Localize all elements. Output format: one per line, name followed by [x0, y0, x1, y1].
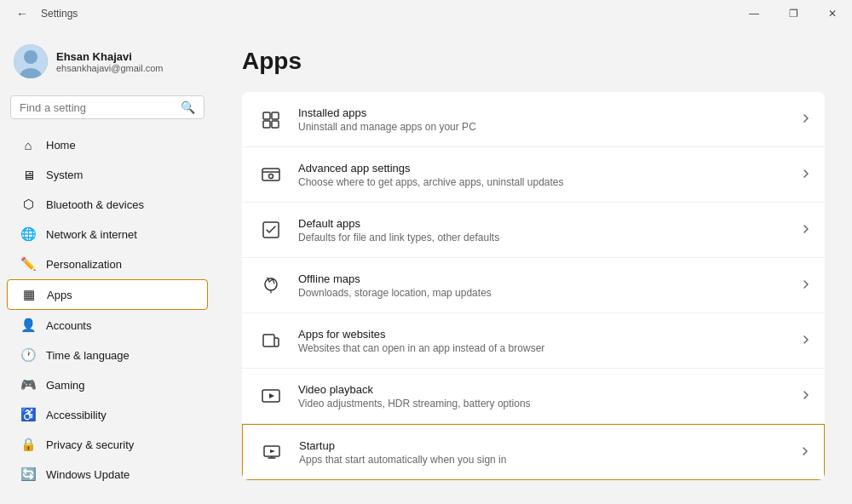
- accessibility-icon: ♿: [20, 407, 36, 422]
- settings-item-advanced-app-settings[interactable]: Advanced app settingsChoose where to get…: [242, 147, 825, 203]
- svg-rect-6: [272, 121, 279, 128]
- update-icon: 🔄: [20, 467, 36, 482]
- back-button[interactable]: ←: [10, 2, 34, 26]
- sidebar-item-label-home: Home: [46, 139, 76, 152]
- personalization-icon: ✏️: [20, 256, 36, 272]
- default-apps-text: Default appsDefaults for file and link t…: [298, 217, 801, 243]
- accounts-icon: 👤: [20, 318, 36, 333]
- main-content: Apps Installed appsUninstall and manage …: [215, 27, 852, 504]
- installed-apps-chevron-icon: [801, 112, 811, 126]
- sidebar-item-personalization[interactable]: ✏️Personalization: [7, 249, 208, 278]
- svg-point-1: [24, 50, 37, 64]
- sidebar-item-label-gaming: Gaming: [46, 379, 85, 392]
- apps-for-websites-desc: Websites that can open in an app instead…: [298, 342, 801, 354]
- sidebar-item-update[interactable]: 🔄Windows Update: [7, 460, 208, 489]
- video-playback-desc: Video adjustments, HDR streaming, batter…: [298, 398, 801, 410]
- titlebar: ← Settings — ❐ ✕: [0, 0, 852, 27]
- minimize-button[interactable]: —: [734, 0, 774, 27]
- sidebar-item-label-update: Windows Update: [46, 468, 130, 481]
- sidebar-item-label-network: Network & internet: [46, 228, 137, 241]
- privacy-icon: 🔒: [20, 437, 36, 452]
- video-playback-text: Video playbackVideo adjustments, HDR str…: [298, 383, 801, 410]
- home-icon: ⌂: [20, 137, 36, 152]
- installed-apps-text: Installed appsUninstall and manage apps …: [298, 106, 801, 133]
- offline-maps-desc: Downloads, storage location, map updates: [298, 287, 801, 299]
- installed-apps-icon: [256, 104, 286, 135]
- offline-maps-chevron-icon: [801, 278, 811, 292]
- default-apps-desc: Defaults for file and link types, other …: [298, 232, 801, 243]
- apps-for-websites-title: Apps for websites: [298, 328, 801, 341]
- sidebar-item-network[interactable]: 🌐Network & internet: [7, 220, 208, 249]
- sidebar-item-gaming[interactable]: 🎮Gaming: [7, 370, 208, 399]
- offline-maps-icon: [256, 270, 286, 301]
- sidebar-item-privacy[interactable]: 🔒Privacy & security: [7, 430, 208, 459]
- time-icon: 🕐: [20, 347, 36, 363]
- search-container: 🔍: [0, 92, 215, 129]
- settings-item-offline-maps[interactable]: Offline mapsDownloads, storage location,…: [242, 258, 825, 313]
- user-profile: Ehsan Khajavi ehsankhajavi@gmail.com: [0, 37, 215, 92]
- svg-rect-3: [263, 112, 270, 119]
- settings-item-installed-apps[interactable]: Installed appsUninstall and manage apps …: [242, 92, 825, 147]
- sidebar-nav: ⌂Home🖥System⬡Bluetooth & devices🌐Network…: [0, 130, 215, 489]
- search-input[interactable]: [20, 101, 176, 114]
- avatar: [14, 44, 48, 78]
- svg-rect-5: [263, 121, 270, 128]
- installed-apps-desc: Uninstall and manage apps on your PC: [298, 121, 801, 133]
- sidebar-item-label-apps: Apps: [47, 289, 72, 301]
- startup-title: Startup: [299, 439, 800, 452]
- settings-item-default-apps[interactable]: Default appsDefaults for file and link t…: [242, 203, 825, 258]
- svg-rect-12: [263, 335, 274, 346]
- apps-for-websites-chevron-icon: [801, 334, 811, 347]
- sidebar-item-label-system: System: [46, 169, 83, 181]
- advanced-app-settings-title: Advanced app settings: [298, 162, 801, 175]
- sidebar-item-system[interactable]: 🖥System: [7, 160, 208, 189]
- startup-chevron-icon: [800, 445, 810, 459]
- bluetooth-icon: ⬡: [20, 197, 36, 212]
- user-email: ehsankhajavi@gmail.com: [56, 63, 164, 73]
- search-box[interactable]: 🔍: [10, 95, 204, 119]
- advanced-app-settings-chevron-icon: [801, 168, 811, 181]
- svg-marker-18: [270, 450, 275, 453]
- page-title: Apps: [242, 48, 825, 75]
- default-apps-chevron-icon: [801, 223, 811, 237]
- sidebar-item-time[interactable]: 🕐Time & language: [7, 341, 208, 369]
- offline-maps-text: Offline mapsDownloads, storage location,…: [298, 272, 801, 299]
- svg-marker-14: [269, 393, 274, 398]
- svg-rect-4: [272, 112, 279, 119]
- sidebar-item-label-time: Time & language: [46, 349, 130, 362]
- settings-item-video-playback[interactable]: Video playbackVideo adjustments, HDR str…: [242, 369, 825, 424]
- advanced-app-settings-icon: [256, 159, 286, 190]
- startup-text: StartupApps that start automatically whe…: [299, 439, 800, 466]
- sidebar-item-label-accessibility: Accessibility: [46, 409, 106, 421]
- svg-point-9: [269, 175, 273, 179]
- default-apps-title: Default apps: [298, 217, 801, 230]
- network-icon: 🌐: [20, 226, 36, 242]
- settings-item-apps-for-websites[interactable]: Apps for websitesWebsites that can open …: [242, 313, 825, 369]
- maximize-button[interactable]: ❐: [774, 0, 813, 27]
- close-button[interactable]: ✕: [813, 0, 852, 27]
- sidebar-item-home[interactable]: ⌂Home: [7, 130, 208, 159]
- sidebar-item-bluetooth[interactable]: ⬡Bluetooth & devices: [7, 190, 208, 219]
- video-playback-chevron-icon: [801, 389, 811, 403]
- startup-icon: [256, 437, 287, 467]
- app-container: Ehsan Khajavi ehsankhajavi@gmail.com 🔍 ⌂…: [0, 27, 852, 504]
- installed-apps-title: Installed apps: [298, 106, 801, 119]
- titlebar-controls: — ❐ ✕: [734, 0, 852, 27]
- advanced-app-settings-desc: Choose where to get apps, archive apps, …: [298, 176, 801, 188]
- video-playback-title: Video playback: [298, 383, 801, 396]
- apps-icon: ▦: [21, 287, 37, 302]
- sidebar-item-label-accounts: Accounts: [46, 319, 91, 332]
- sidebar-item-label-privacy: Privacy & security: [46, 438, 134, 451]
- apps-for-websites-icon: [256, 325, 286, 356]
- sidebar: Ehsan Khajavi ehsankhajavi@gmail.com 🔍 ⌂…: [0, 27, 215, 504]
- sidebar-item-accounts[interactable]: 👤Accounts: [7, 311, 208, 340]
- search-icon: 🔍: [181, 100, 195, 114]
- settings-item-startup[interactable]: StartupApps that start automatically whe…: [242, 424, 825, 480]
- settings-list: Installed appsUninstall and manage apps …: [242, 92, 825, 480]
- system-icon: 🖥: [20, 167, 36, 182]
- sidebar-item-accessibility[interactable]: ♿Accessibility: [7, 400, 208, 429]
- startup-desc: Apps that start automatically when you s…: [299, 454, 800, 466]
- titlebar-left: ← Settings: [10, 2, 78, 26]
- sidebar-item-label-personalization: Personalization: [46, 258, 122, 271]
- sidebar-item-apps[interactable]: ▦Apps: [7, 279, 208, 310]
